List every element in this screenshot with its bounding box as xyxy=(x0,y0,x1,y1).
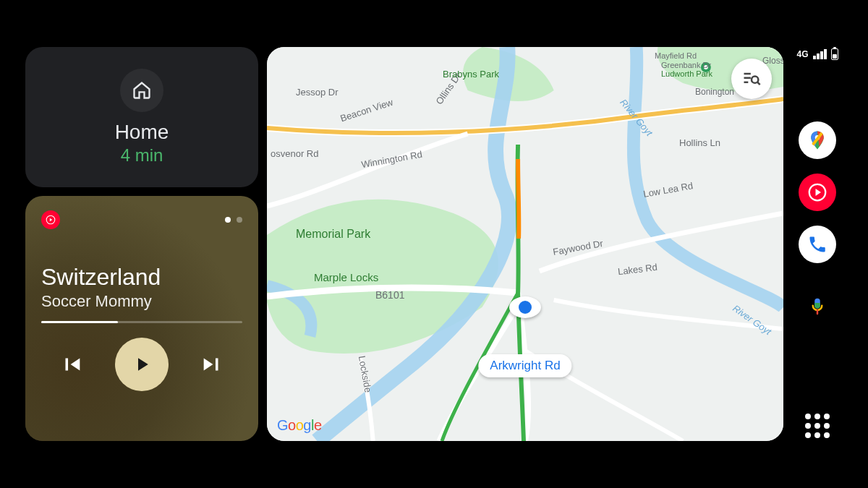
pager-dot-1[interactable] xyxy=(225,217,231,223)
play-button[interactable] xyxy=(115,338,169,391)
svg-point-7 xyxy=(752,77,758,83)
home-icon xyxy=(120,69,163,112)
youtube-music-icon xyxy=(41,210,60,229)
playback-progress-fill xyxy=(41,321,118,323)
map-view[interactable]: osvenor Rd Jessop Dr Beacon View Winning… xyxy=(267,47,783,441)
network-label: 4G xyxy=(796,49,808,59)
signal-icon xyxy=(813,49,827,59)
navigation-suggestion-card[interactable]: Home 4 min xyxy=(25,47,258,187)
phone-app-button[interactable] xyxy=(799,226,836,263)
google-attribution: Google xyxy=(277,417,322,434)
next-track-button[interactable] xyxy=(197,350,226,379)
pager-dot-2[interactable] xyxy=(237,217,242,223)
assistant-mic-button[interactable] xyxy=(803,292,832,321)
previous-track-button[interactable] xyxy=(57,350,86,379)
current-location-marker xyxy=(509,296,541,318)
system-rail: 4G xyxy=(792,47,843,441)
youtube-music-app-button[interactable] xyxy=(799,174,836,211)
status-bar: 4G xyxy=(796,48,838,60)
track-artist: Soccer Mommy xyxy=(41,292,242,311)
svg-line-8 xyxy=(757,82,760,85)
nav-eta: 4 min xyxy=(121,145,163,166)
google-maps-app-button[interactable] xyxy=(799,121,836,159)
track-title: Switzerland xyxy=(41,264,242,291)
playback-progress[interactable] xyxy=(41,321,242,323)
map-canvas xyxy=(267,47,783,441)
nav-destination-label: Home xyxy=(115,121,169,144)
map-search-button[interactable] xyxy=(731,59,772,99)
svg-point-3 xyxy=(704,65,708,69)
left-panel: Home 4 min Switzerland Soccer Mommy xyxy=(25,47,258,441)
battery-icon xyxy=(831,48,838,60)
current-street-chip[interactable]: Arkwright Rd xyxy=(478,354,571,377)
app-launcher-button[interactable] xyxy=(805,414,830,438)
media-card[interactable]: Switzerland Soccer Mommy xyxy=(25,196,258,441)
card-pager[interactable] xyxy=(225,217,242,223)
